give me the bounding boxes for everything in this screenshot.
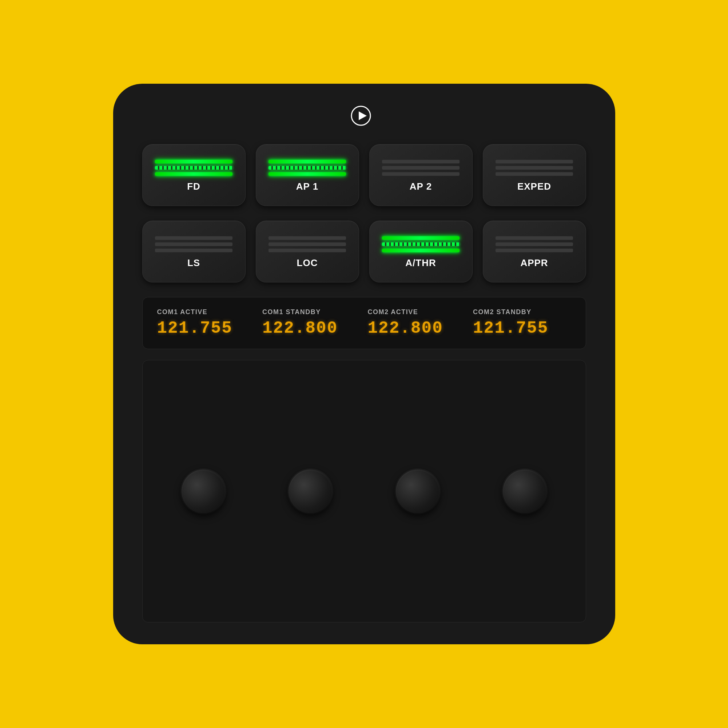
- knob-panel: [142, 360, 586, 622]
- led-bar-exped-0: [496, 160, 573, 164]
- button-label-exped: EXPED: [517, 181, 551, 192]
- led-bar-fd-0: [155, 160, 232, 164]
- led-bar-ap2-0: [382, 160, 459, 164]
- knob-container-knob-3: [368, 371, 468, 612]
- led-bar-athr-2: [382, 248, 459, 252]
- freq-label-com2-active: COM2 ACTIVE: [368, 308, 418, 316]
- stream-deck-logo-icon: [351, 106, 371, 126]
- button-label-fd: FD: [187, 181, 200, 192]
- deck-button-appr[interactable]: APPR: [483, 221, 586, 282]
- deck-button-fd[interactable]: FD: [142, 144, 246, 206]
- led-bars-ls: [148, 236, 239, 252]
- freq-label-com1-active: COM1 ACTIVE: [157, 308, 208, 316]
- led-bar-exped-1: [496, 166, 573, 170]
- led-bar-athr-1: [382, 242, 459, 246]
- knob-3[interactable]: [396, 469, 439, 513]
- led-bars-loc: [262, 236, 353, 252]
- led-bar-fd-2: [155, 172, 232, 176]
- led-bars-fd: [148, 160, 239, 176]
- freq-label-com1-standby: COM1 STANDBY: [262, 308, 321, 316]
- led-bar-appr-2: [496, 248, 573, 252]
- led-bars-ap2: [375, 160, 466, 176]
- deck-button-exped[interactable]: EXPED: [483, 144, 586, 206]
- header: [351, 106, 378, 126]
- knob-4[interactable]: [503, 469, 546, 513]
- knob-container-knob-2: [260, 371, 361, 612]
- freq-value-com1-active: 121.755: [157, 319, 232, 338]
- deck-button-athr[interactable]: A/THR: [369, 221, 473, 282]
- led-bar-ap1-1: [269, 166, 346, 170]
- led-bars-exped: [489, 160, 580, 176]
- led-bars-appr: [489, 236, 580, 252]
- freq-value-com1-standby: 122.800: [262, 319, 338, 338]
- led-bar-loc-1: [269, 242, 346, 246]
- led-bar-ap2-2: [382, 172, 459, 176]
- deck-button-loc[interactable]: LOC: [256, 221, 359, 282]
- led-bar-athr-0: [382, 236, 459, 240]
- led-bar-ls-2: [155, 248, 232, 252]
- freq-value-com2-active: 122.800: [368, 319, 443, 338]
- knob-container-knob-1: [153, 371, 254, 612]
- button-grid-row1: FDAP 1AP 2EXPED: [142, 144, 586, 206]
- deck-button-ls[interactable]: LS: [142, 221, 246, 282]
- freq-display-com2-standby: COM2 STANDBY121.755: [473, 308, 571, 338]
- button-label-appr: APPR: [520, 257, 548, 269]
- led-bars-ap1: [262, 160, 353, 176]
- freq-display-com1-standby: COM1 STANDBY122.800: [262, 308, 361, 338]
- knob-container-knob-4: [475, 371, 575, 612]
- deck-button-ap2[interactable]: AP 2: [369, 144, 473, 206]
- button-label-ls: LS: [187, 257, 200, 269]
- led-bar-ls-0: [155, 236, 232, 240]
- frequency-display-panel: COM1 ACTIVE121.755COM1 STANDBY122.800COM…: [142, 297, 586, 349]
- button-label-ap2: AP 2: [410, 181, 432, 192]
- led-bar-appr-1: [496, 242, 573, 246]
- led-bar-exped-2: [496, 172, 573, 176]
- knob-1[interactable]: [182, 469, 225, 513]
- led-bar-loc-2: [269, 248, 346, 252]
- stream-deck-device: FDAP 1AP 2EXPED LSLOCA/THRAPPR COM1 ACTI…: [113, 84, 615, 644]
- led-bar-appr-0: [496, 236, 573, 240]
- led-bar-ap2-1: [382, 166, 459, 170]
- svg-marker-1: [359, 111, 367, 120]
- knob-2[interactable]: [289, 469, 332, 513]
- freq-label-com2-standby: COM2 STANDBY: [473, 308, 532, 316]
- led-bar-loc-0: [269, 236, 346, 240]
- deck-button-ap1[interactable]: AP 1: [256, 144, 359, 206]
- freq-display-com2-active: COM2 ACTIVE122.800: [368, 308, 466, 338]
- button-label-loc: LOC: [297, 257, 318, 269]
- led-bar-ap1-0: [269, 160, 346, 164]
- freq-value-com2-standby: 121.755: [473, 319, 548, 338]
- button-grid-row2: LSLOCA/THRAPPR: [142, 221, 586, 282]
- button-label-ap1: AP 1: [296, 181, 318, 192]
- led-bar-ap1-2: [269, 172, 346, 176]
- led-bars-athr: [375, 236, 466, 252]
- button-label-athr: A/THR: [405, 257, 436, 269]
- freq-display-com1-active: COM1 ACTIVE121.755: [157, 308, 255, 338]
- led-bar-fd-1: [155, 166, 232, 170]
- led-bar-ls-1: [155, 242, 232, 246]
